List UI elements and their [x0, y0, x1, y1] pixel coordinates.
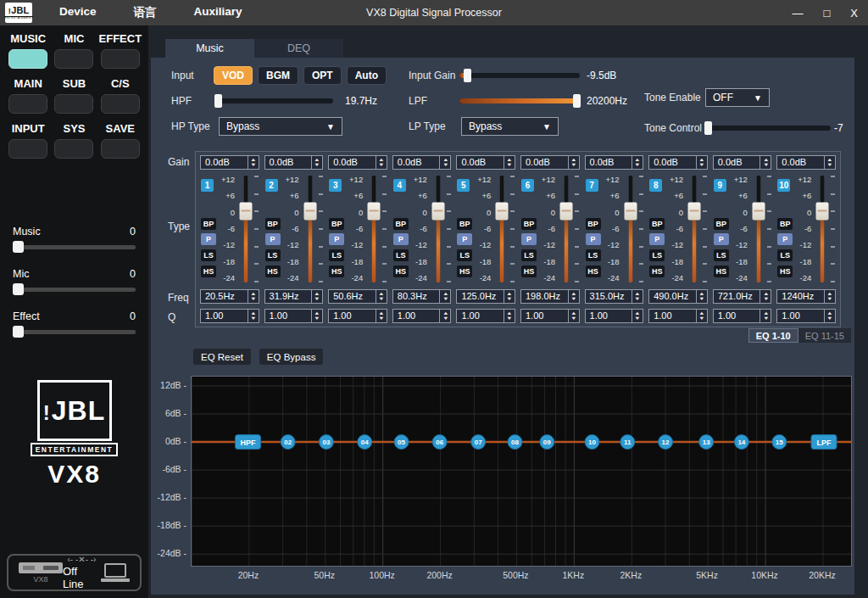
spinner-down-icon[interactable]: ▼ — [826, 297, 833, 302]
eq-q-spinner-4[interactable]: 1.00▲▼ — [392, 309, 452, 323]
eq-band-slider-handle-1[interactable] — [240, 203, 253, 221]
hpf-slider[interactable] — [214, 98, 333, 103]
spinner-down-icon[interactable]: ▼ — [250, 316, 257, 321]
input-source-auto[interactable]: Auto — [347, 66, 387, 85]
eq-response-graph[interactable]: HPF0203040506070809101112131415LPF — [191, 376, 852, 567]
spinner-down-icon[interactable]: ▼ — [698, 316, 705, 321]
lpf-slider-handle[interactable] — [573, 94, 581, 108]
eq-q-spinner-2[interactable]: 1.00▲▼ — [264, 309, 324, 323]
eq-page-tab-eq-1-10[interactable]: EQ 1-10 — [748, 328, 798, 343]
lp-type-dropdown[interactable]: Bypass ▼ — [461, 117, 559, 136]
input-source-opt[interactable]: OPT — [303, 66, 342, 85]
maximize-button[interactable]: □ — [823, 8, 830, 19]
spinner-down-icon[interactable]: ▼ — [698, 297, 705, 302]
eq-band-slider-6[interactable] — [559, 176, 573, 282]
input-gain-slider-handle[interactable] — [464, 69, 471, 82]
spinner-down-icon[interactable]: ▼ — [570, 297, 577, 302]
spinner-down-icon[interactable]: ▼ — [314, 316, 320, 321]
spinner-down-icon[interactable]: ▼ — [442, 297, 449, 302]
eq-gain-spinner-9-arrows[interactable]: ▲▼ — [760, 156, 771, 169]
eq-node-03[interactable]: 03 — [319, 435, 333, 450]
eq-band-slider-3[interactable] — [367, 176, 381, 282]
eq-node-06[interactable]: 06 — [432, 435, 447, 450]
eq-band-slider-handle-8[interactable] — [688, 203, 701, 221]
spinner-down-icon[interactable]: ▼ — [250, 297, 257, 302]
eq-node-hpf[interactable]: HPF — [235, 435, 260, 450]
tone-control-slider-handle[interactable] — [704, 121, 712, 135]
eq-freq-spinner-2[interactable]: 31.9Hz▲▼ — [264, 289, 324, 304]
eq-gain-spinner-5[interactable]: 0.0dB▲▼ — [456, 155, 515, 170]
eq-band-slider-9[interactable] — [752, 176, 765, 282]
spinner-down-icon[interactable]: ▼ — [378, 316, 385, 321]
eq-gain-spinner-9[interactable]: 0.0dB▲▼ — [713, 155, 772, 170]
hpf-slider-handle[interactable] — [214, 94, 222, 108]
eq-gain-spinner-10-arrows[interactable]: ▲▼ — [824, 156, 835, 169]
menu-auxiliary[interactable]: Auxiliary — [175, 5, 261, 20]
eq-band-slider-handle-10[interactable] — [816, 203, 829, 221]
eq-band-slider-handle-6[interactable] — [559, 203, 572, 221]
eq-freq-spinner-3-arrows[interactable]: ▲▼ — [376, 290, 387, 303]
eq-gain-spinner-6-arrows[interactable]: ▲▼ — [568, 156, 579, 169]
tone-enable-dropdown[interactable]: OFF ▼ — [705, 88, 770, 107]
sidebar-nav-button-sys[interactable] — [54, 139, 93, 159]
eq-q-spinner-3-arrows[interactable]: ▲▼ — [376, 310, 387, 322]
eq-freq-spinner-2-arrows[interactable]: ▲▼ — [311, 290, 322, 303]
eq-freq-spinner-1[interactable]: 20.5Hz▲▼ — [200, 289, 259, 304]
spinner-down-icon[interactable]: ▼ — [506, 163, 513, 168]
spinner-down-icon[interactable]: ▼ — [506, 316, 513, 321]
eq-freq-spinner-5-arrows[interactable]: ▲▼ — [504, 290, 515, 303]
spinner-down-icon[interactable]: ▼ — [442, 163, 449, 168]
sidebar-nav-button-music[interactable] — [8, 49, 47, 69]
eq-freq-spinner-4-arrows[interactable]: ▲▼ — [439, 290, 450, 303]
tab-deq[interactable]: DEQ — [254, 39, 343, 58]
eq-gain-spinner-7[interactable]: 0.0dB▲▼ — [585, 155, 644, 170]
eq-freq-spinner-6[interactable]: 198.0Hz▲▼ — [520, 289, 580, 304]
eq-node-07[interactable]: 07 — [471, 435, 486, 450]
eq-node-11[interactable]: 11 — [620, 435, 635, 450]
eq-band-slider-handle-5[interactable] — [496, 203, 509, 221]
tone-control-slider[interactable] — [705, 126, 831, 131]
eq-gain-spinner-5-arrows[interactable]: ▲▼ — [504, 156, 515, 169]
spinner-down-icon[interactable]: ▼ — [634, 297, 641, 302]
spinner-down-icon[interactable]: ▼ — [506, 297, 513, 302]
eq-gain-spinner-10[interactable]: 0.0dB▲▼ — [776, 155, 836, 170]
eq-node-13[interactable]: 13 — [699, 435, 714, 450]
eq-gain-spinner-4[interactable]: 0.0dB▲▼ — [392, 155, 452, 170]
eq-freq-spinner-9[interactable]: 721.0Hz▲▼ — [713, 289, 772, 304]
sidebar-nav-button-main[interactable] — [8, 94, 47, 114]
eq-freq-spinner-3[interactable]: 50.6Hz▲▼ — [328, 289, 387, 304]
spinner-down-icon[interactable]: ▼ — [826, 163, 833, 168]
eq-q-spinner-2-arrows[interactable]: ▲▼ — [311, 310, 322, 322]
eq-band-slider-8[interactable] — [687, 176, 701, 282]
eq-band-slider-4[interactable] — [431, 176, 445, 282]
spinner-down-icon[interactable]: ▼ — [570, 316, 577, 321]
eq-page-tab-eq-11-15[interactable]: EQ 11-15 — [798, 328, 851, 343]
tab-music[interactable]: Music — [165, 39, 254, 58]
eq-q-spinner-4-arrows[interactable]: ▲▼ — [439, 310, 450, 322]
menu-device[interactable]: Device — [41, 5, 115, 20]
eq-gain-spinner-8-arrows[interactable]: ▲▼ — [696, 156, 707, 169]
sidebar-nav-button-mic[interactable] — [54, 49, 93, 69]
eq-q-spinner-1-arrows[interactable]: ▲▼ — [248, 310, 259, 322]
eq-q-spinner-3[interactable]: 1.00▲▼ — [328, 309, 387, 323]
eq-node-14[interactable]: 14 — [734, 435, 748, 450]
spinner-down-icon[interactable]: ▼ — [314, 297, 320, 302]
mixer-slider-music[interactable] — [13, 245, 136, 249]
eq-band-slider-handle-7[interactable] — [624, 203, 637, 221]
eq-freq-spinner-1-arrows[interactable]: ▲▼ — [248, 290, 259, 303]
eq-q-spinner-10-arrows[interactable]: ▲▼ — [824, 310, 835, 322]
input-gain-slider[interactable] — [459, 73, 580, 78]
spinner-down-icon[interactable]: ▼ — [698, 163, 705, 168]
eq-freq-spinner-4[interactable]: 80.3Hz▲▼ — [392, 289, 452, 304]
eq-q-spinner-5[interactable]: 1.00▲▼ — [456, 309, 515, 323]
sidebar-nav-button-save[interactable] — [101, 139, 140, 159]
sidebar-nav-button-effect[interactable] — [101, 49, 140, 69]
eq-bypass-button[interactable]: EQ Bypass — [259, 349, 324, 365]
eq-node-02[interactable]: 02 — [281, 435, 295, 450]
eq-freq-spinner-10[interactable]: 1240Hz▲▼ — [776, 289, 836, 304]
eq-q-spinner-6[interactable]: 1.00▲▼ — [520, 309, 580, 323]
spinner-down-icon[interactable]: ▼ — [442, 316, 449, 321]
mixer-slider-handle-music[interactable] — [13, 241, 24, 253]
eq-band-slider-2[interactable] — [303, 176, 317, 282]
eq-freq-spinner-6-arrows[interactable]: ▲▼ — [568, 290, 579, 303]
